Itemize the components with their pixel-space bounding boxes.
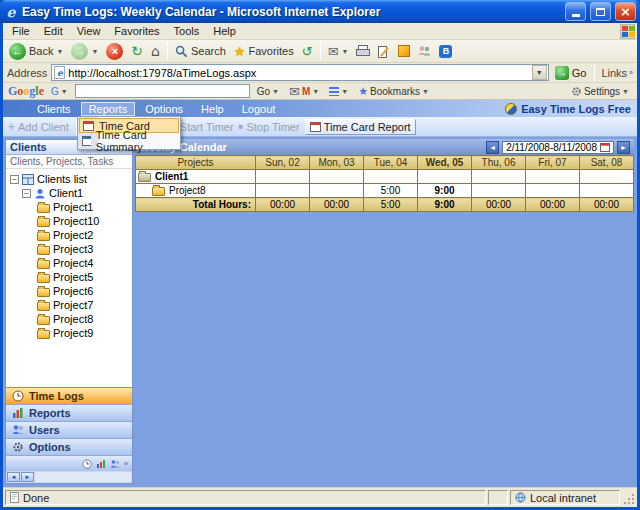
tree-item-client1[interactable]: − Client1	[6, 186, 132, 200]
strip-chevron-icon[interactable]: »	[124, 460, 128, 467]
stop-button[interactable]: ×	[103, 42, 126, 61]
chart-mini-icon[interactable]	[96, 459, 106, 469]
tree-item-project[interactable]: Project10	[6, 214, 132, 228]
nav-logout[interactable]: Logout	[234, 102, 284, 116]
settings-button[interactable]: Settings▼	[568, 84, 632, 99]
time-card-report-button[interactable]: Time Card Report	[305, 119, 416, 135]
time-cell[interactable]: 5:00	[364, 184, 418, 198]
maximize-button[interactable]	[590, 2, 611, 21]
menu-favorites[interactable]: Favorites	[107, 24, 166, 38]
tree-item-project[interactable]: Project4	[6, 256, 132, 270]
refresh-button[interactable]: ↻	[128, 42, 146, 60]
menu-help[interactable]: Help	[206, 24, 243, 38]
sidebar-button-options[interactable]: Options	[6, 438, 132, 455]
address-url[interactable]: http://localhost:17978/aTimeLogs.aspx	[68, 67, 528, 79]
tree-item-project[interactable]: Project2	[6, 228, 132, 242]
menu-file[interactable]: File	[5, 24, 37, 38]
address-input[interactable]: e http://localhost:17978/aTimeLogs.aspx …	[51, 64, 548, 81]
collapse-icon[interactable]: −	[10, 175, 19, 184]
google-g-button[interactable]: G▼	[48, 84, 71, 99]
time-cell[interactable]	[472, 170, 526, 184]
scroll-track[interactable]	[35, 472, 131, 482]
time-cell[interactable]	[310, 170, 364, 184]
tree-item-project[interactable]: Project3	[6, 242, 132, 256]
time-cell[interactable]	[256, 184, 310, 198]
address-dropdown-button[interactable]: ▼	[532, 65, 547, 80]
minimize-button[interactable]	[565, 2, 586, 21]
time-cell[interactable]	[310, 184, 364, 198]
collapse-icon[interactable]: −	[22, 189, 31, 198]
nav-reports[interactable]: Reports	[81, 102, 136, 116]
home-button[interactable]: ⌂	[148, 42, 163, 60]
edit-button[interactable]	[375, 44, 393, 59]
google-go-button[interactable]: Go▼	[254, 84, 282, 99]
menu-view[interactable]: View	[70, 24, 108, 38]
clock-mini-icon[interactable]	[82, 459, 92, 469]
scroll-right-button[interactable]: ►	[21, 472, 34, 482]
time-cell[interactable]	[364, 170, 418, 184]
date-range-picker[interactable]: 2/11/2008-8/11/2008	[502, 141, 614, 154]
stop-timer-button[interactable]: ■ Stop Timer	[239, 121, 300, 133]
history-button[interactable]: ↺	[299, 43, 316, 60]
resize-grip[interactable]	[622, 490, 635, 505]
tree-item-project[interactable]: Project9	[6, 326, 132, 340]
nav-help[interactable]: Help	[193, 102, 232, 116]
google-search-input[interactable]	[75, 84, 250, 98]
menu-item-time-card-summary[interactable]: Time Card Summary	[79, 133, 179, 148]
nav-clients[interactable]: Clients	[29, 102, 79, 116]
previous-week-button[interactable]: ◄	[486, 141, 499, 154]
bluetooth-button[interactable]: B	[436, 44, 455, 59]
project-folder-icon	[152, 187, 165, 196]
sidebar-button-reports[interactable]: Reports	[6, 404, 132, 421]
forward-dropdown-icon[interactable]: ▼	[91, 48, 98, 55]
mail-button[interactable]: ✉ ▼	[325, 43, 352, 60]
document-icon	[10, 492, 19, 503]
calendar-icon[interactable]	[600, 142, 610, 152]
discuss-button[interactable]	[415, 44, 434, 58]
ie-logo-icon: e	[4, 4, 18, 20]
menu-edit[interactable]: Edit	[37, 24, 70, 38]
tree-item-project[interactable]: Project8	[6, 312, 132, 326]
back-button[interactable]: ← Back ▼	[6, 42, 66, 61]
grip-dots-icon	[623, 493, 635, 505]
users-icon	[12, 424, 24, 436]
go-button[interactable]: → Go	[553, 66, 589, 80]
time-cell[interactable]: 9:00	[418, 184, 472, 198]
favorites-button[interactable]: ★ Favorites	[231, 43, 297, 60]
time-card-icon	[83, 120, 94, 131]
time-cell[interactable]	[580, 170, 634, 184]
tree-item-project[interactable]: Project5	[6, 270, 132, 284]
nav-options[interactable]: Options	[137, 102, 191, 116]
time-cell[interactable]	[526, 170, 580, 184]
forward-button[interactable]: → ▼	[68, 42, 101, 61]
messenger-button[interactable]	[395, 44, 413, 58]
sidebar-button-users[interactable]: Users	[6, 421, 132, 438]
client-name-cell[interactable]: Client1	[136, 170, 256, 184]
scroll-left-button[interactable]: ◄	[7, 472, 20, 482]
links-button[interactable]: Links »	[601, 67, 633, 79]
bluetooth-icon: B	[439, 45, 452, 58]
time-cell[interactable]	[526, 184, 580, 198]
search-button[interactable]: Search	[172, 44, 229, 59]
tree-item-clients-list[interactable]: − Clients list	[6, 172, 132, 186]
print-button[interactable]	[353, 44, 373, 58]
add-client-button[interactable]: + Add Client	[8, 120, 69, 134]
time-cell[interactable]	[256, 170, 310, 184]
sidebar-button-time-logs[interactable]: Time Logs	[6, 387, 132, 404]
tree-item-project[interactable]: Project6	[6, 284, 132, 298]
users-mini-icon[interactable]	[110, 459, 120, 469]
google-list-button[interactable]: ▼	[326, 84, 351, 99]
gmail-button[interactable]: ✉M▼	[286, 84, 322, 99]
time-cell[interactable]	[418, 170, 472, 184]
back-dropdown-icon[interactable]: ▼	[56, 48, 63, 55]
next-week-button[interactable]: ►	[617, 141, 630, 154]
menu-tools[interactable]: Tools	[167, 24, 207, 38]
tree-item-project[interactable]: Project1	[6, 200, 132, 214]
time-cell[interactable]	[472, 184, 526, 198]
mail-dropdown-icon[interactable]: ▼	[342, 48, 349, 55]
time-cell[interactable]	[580, 184, 634, 198]
bookmarks-button[interactable]: ★Bookmarks▼	[355, 84, 432, 99]
close-button[interactable]: ×	[615, 2, 636, 21]
tree-item-project[interactable]: Project7	[6, 298, 132, 312]
project-name-cell[interactable]: Project8	[136, 184, 256, 198]
